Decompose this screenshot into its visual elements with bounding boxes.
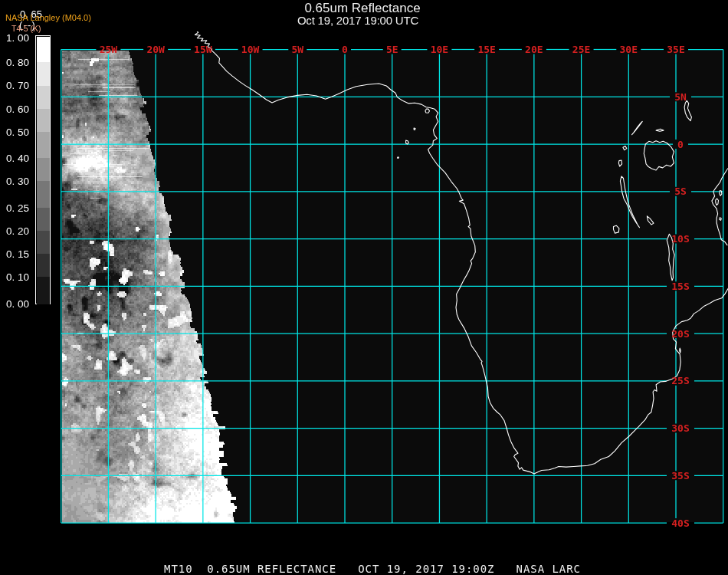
colorbar-step [37,37,51,63]
longitude-label: 15W [194,44,212,55]
longitude-label: 30E [620,44,638,55]
colorbar-step [37,254,51,277]
longitude-label: 25E [572,44,590,55]
coastline-path [712,169,728,246]
longitude-label: 20E [525,44,543,55]
colorbar-tick-label: 0. 20 [6,226,29,236]
latitude-label: 40S [671,518,690,529]
colorbar-step [37,62,51,86]
latitude-label: 25S [671,375,690,386]
colorbar-tick-label: 0. 70 [6,80,29,90]
colorbar-tick-label: 0. 10 [6,272,29,282]
colorbar-tick-label: 1. 00 [6,33,29,43]
colorbar-tick-label: 0. 50 [6,127,29,137]
colorbar-step [37,231,51,254]
colorbar-tick-label: 0. 60 [6,104,29,114]
latitude-label: 5S [674,186,687,197]
longitude-label: 10E [431,44,448,55]
colorbar-step [37,158,51,181]
island-path [716,199,719,205]
longitude-label: 10W [241,44,260,55]
longitude-label: 25W [100,44,118,55]
longitude-label: 15E [477,44,495,55]
lake-path [614,225,619,233]
colorbar-step [37,132,51,158]
colorbar-step [37,277,51,304]
coastlines [195,30,728,474]
colorbar-step [37,208,51,231]
colorbar-tick-label: 0. 25 [6,203,29,213]
longitude-label: 20W [146,44,165,55]
colorbar-tick-label: 0. 15 [6,249,29,259]
island-path [680,348,681,353]
page-title: 0.65um Reflectance [304,2,420,15]
longitude-label: 0 [342,44,348,55]
colorbar-step [37,181,51,208]
island-path [414,128,415,130]
longitude-label: 5E [386,44,398,55]
lake-path [684,100,691,121]
latitude-label: 35S [671,470,690,481]
lake-path [620,176,639,228]
colorbar-tick-label: 0. 00 [6,299,29,309]
colorbar-step [37,86,51,110]
timestamp: Oct 19, 2017 19:00 UTC [297,15,418,26]
latitude-label: 15S [671,281,690,292]
map-overlay: 25W20W15W10W5W05E10E15E20E25E30E35E5N05S… [0,0,728,575]
coastline-path [195,30,728,474]
footer-caption: MT10 0.65UM REFLECTANCE OCT 19, 2017 19:… [164,563,581,575]
latitude-label: 10S [671,233,690,245]
island-path [398,157,399,159]
lake-path [644,141,674,170]
latitude-label: 30S [671,422,690,434]
island-path [406,140,409,144]
island-path [720,218,722,221]
lake-path [632,121,643,134]
longitude-label: 35E [667,44,684,55]
colorbar-step [37,109,51,132]
longitude-label: 5W [291,44,303,55]
island-path [425,109,430,113]
latitude-label: 20S [671,328,690,340]
source-credit: NASA Langley (M04.0) [5,14,91,22]
satellite-quicklook: 25W20W15W10W5W05E10E15E20E25E30E35E5N05S… [0,0,728,575]
latitude-label: 0 [677,139,684,150]
lake-path [647,216,654,225]
colorbar-tick-label: 0. 30 [6,176,29,186]
graticule [61,50,723,524]
colorbar-tick-label: 0. 40 [6,153,29,163]
lake-path [656,129,664,131]
colorbar-tick-label: 0. 80 [6,58,29,67]
lake-path [623,146,627,150]
lake-path [618,160,621,166]
aux-channel-label: T4-5 (K) [11,25,41,33]
latitude-label: 5N [674,91,687,103]
